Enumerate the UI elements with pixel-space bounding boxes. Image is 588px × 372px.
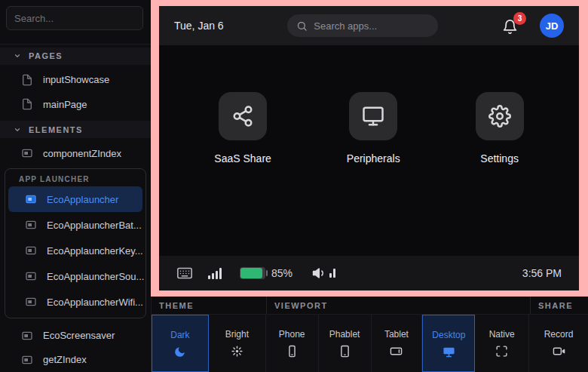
app-label: Settings <box>480 152 519 164</box>
sidebar-item-componentzindex[interactable]: componentZIndex <box>0 141 151 165</box>
app-saas-share[interactable]: SaaS Share <box>214 92 271 164</box>
button-label: Tablet <box>384 329 409 340</box>
notifications-button[interactable]: 3 <box>502 17 520 35</box>
volume-level-icon <box>329 269 335 278</box>
section-label: ELEMENTS <box>29 125 83 134</box>
battery-percent: 85% <box>271 267 292 279</box>
app-label: Peripherals <box>347 152 400 164</box>
toolbar-section-share: SHARE <box>530 297 588 314</box>
sidebar-item-ecoapplauncherwifi[interactable]: EcoApplauncherWifi... <box>8 289 142 315</box>
search-icon <box>296 20 308 32</box>
component-icon <box>25 219 37 231</box>
sidebar-item-label: EcoApplauncherWifi... <box>47 297 143 308</box>
component-icon <box>21 147 33 159</box>
toolbar-buttons: Dark Bright Phone Phablet <box>152 315 588 372</box>
clock-label: 3:56 PM <box>522 267 562 279</box>
theme-dark-button[interactable]: Dark <box>152 315 209 372</box>
sidebar-item-ecoapplauncher[interactable]: EcoApplauncher <box>8 186 142 212</box>
viewport-phablet-button[interactable]: Phablet <box>319 315 372 372</box>
app-tile <box>349 92 397 140</box>
tablet-icon <box>390 345 403 358</box>
sidebar-item-label: EcoApplauncherKey... <box>47 245 143 257</box>
viewport-phone-button[interactable]: Phone <box>266 315 319 372</box>
avatar[interactable]: JD <box>540 14 564 38</box>
button-label: Phone <box>279 329 305 340</box>
sidebar-item-label: EcoScreensaver <box>43 330 115 341</box>
button-label: Record <box>544 329 574 340</box>
toolbar-section-viewport: VIEWPORT <box>266 297 530 314</box>
sidebar-item-ecoscreensaver[interactable]: EcoScreensaver <box>0 323 151 347</box>
button-label: Dark <box>170 330 189 340</box>
sidebar-item-inputshowcase[interactable]: inputShowcase <box>0 68 151 92</box>
app-launcher-group: APP LAUNCHER EcoApplauncher EcoApplaunch… <box>5 168 146 318</box>
speaker-icon <box>312 266 327 281</box>
viewport-native-button[interactable]: Native <box>475 315 529 372</box>
phone-icon <box>286 345 299 358</box>
section-header-elements[interactable]: ELEMENTS <box>0 121 151 138</box>
app-label: SaaS Share <box>214 152 271 164</box>
keyboard-icon[interactable] <box>176 265 193 281</box>
component-icon <box>25 244 37 257</box>
notification-badge: 3 <box>513 12 526 25</box>
sidebar-item-label: EcoApplauncherSou... <box>47 271 144 282</box>
sun-icon <box>231 345 243 358</box>
component-icon <box>25 270 37 282</box>
phablet-icon <box>338 345 351 358</box>
sidebar-item-label: EcoApplauncherBat... <box>47 220 142 231</box>
button-label: Desktop <box>432 330 465 340</box>
chevron-down-icon <box>14 52 21 60</box>
app-tile <box>219 92 267 140</box>
component-icon <box>21 330 33 342</box>
component-icon <box>25 296 37 308</box>
section-header-pages[interactable]: PAGES <box>0 48 151 65</box>
share-icon <box>231 105 254 128</box>
moon-icon <box>173 346 186 358</box>
sidebar-item-ecoapplauncherkey[interactable]: EcoApplauncherKey... <box>8 238 142 263</box>
device-topbar: Tue, Jan 6 3 JD <box>159 6 579 45</box>
record-camera-icon <box>553 345 565 358</box>
app-search <box>287 14 438 37</box>
monitor-icon <box>362 105 384 128</box>
button-label: Bright <box>225 329 249 340</box>
gear-icon <box>488 105 511 128</box>
signal-strength-icon <box>208 268 222 279</box>
sidebar-item-getzindex[interactable]: getZIndex <box>0 348 151 372</box>
divider <box>0 44 151 45</box>
button-label: Phablet <box>329 329 360 340</box>
battery-icon <box>240 267 265 279</box>
app-search-input[interactable] <box>314 20 419 32</box>
sidebar-item-label: componentZIndex <box>43 148 121 159</box>
app-grid: SaaS Share Peripherals Settin <box>159 45 579 256</box>
app-tile <box>476 92 524 140</box>
sidebar-item-label: mainPage <box>43 99 87 110</box>
sidebar-search-input[interactable] <box>6 6 143 30</box>
sidebar-item-label: getZIndex <box>43 354 87 365</box>
fullscreen-icon <box>495 345 508 358</box>
sidebar-search <box>0 0 151 36</box>
app-settings[interactable]: Settings <box>476 92 524 164</box>
app-peripherals[interactable]: Peripherals <box>347 92 400 164</box>
sidebar-item-ecoapplaunchersou[interactable]: EcoApplauncherSou... <box>8 263 142 289</box>
share-record-button[interactable]: Record <box>529 315 588 372</box>
desktop-icon <box>443 346 455 358</box>
component-icon <box>25 193 37 205</box>
button-label: Native <box>489 329 515 340</box>
sidebar: PAGES inputShowcase mainPage ELEMENTS co… <box>0 0 151 372</box>
sidebar-item-ecoapplauncherbat[interactable]: EcoApplauncherBat... <box>8 212 142 238</box>
file-icon <box>21 98 33 110</box>
theme-bright-button[interactable]: Bright <box>209 315 266 372</box>
component-icon <box>21 354 33 366</box>
file-icon <box>21 74 33 86</box>
section-label: PAGES <box>29 51 63 60</box>
toolbar-section-theme: THEME <box>152 297 266 314</box>
app-root: PAGES inputShowcase mainPage ELEMENTS co… <box>0 0 588 372</box>
preview-toolbar: THEME VIEWPORT SHARE Dark Bright Phone <box>151 297 588 372</box>
sidebar-item-label: EcoApplauncher <box>47 194 118 205</box>
group-label: APP LAUNCHER <box>8 175 142 183</box>
device-statusbar: 85% 3:56 PM <box>159 256 579 291</box>
viewport-tablet-button[interactable]: Tablet <box>372 315 423 372</box>
toolbar-headers: THEME VIEWPORT SHARE <box>152 297 588 315</box>
sidebar-item-mainpage[interactable]: mainPage <box>0 92 151 116</box>
device-preview: Tue, Jan 6 3 JD <box>159 6 579 291</box>
viewport-desktop-button[interactable]: Desktop <box>422 315 475 372</box>
